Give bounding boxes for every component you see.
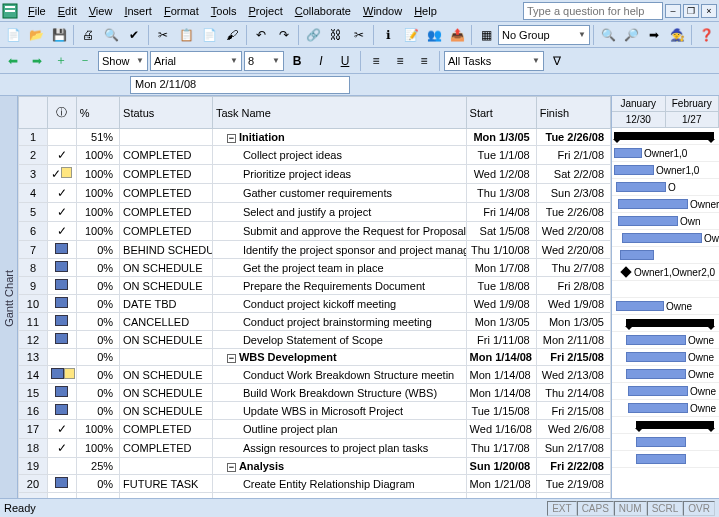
start-cell[interactable]: Mon 1/14/08 [466,349,536,366]
status-cell[interactable]: ON SCHEDULE [120,331,213,349]
start-cell[interactable]: Mon 1/7/08 [466,259,536,277]
finish-cell[interactable]: Sat 2/2/08 [536,165,610,184]
taskname-cell[interactable]: Update WBS in Microsoft Project [212,402,466,420]
status-cell[interactable]: DATE TBD [120,295,213,313]
finish-cell[interactable]: Sun 2/3/08 [536,184,610,203]
unlink-icon[interactable]: ⛓ [325,24,347,46]
group-icon[interactable]: ▦ [475,24,497,46]
percent-cell[interactable]: 0% [76,384,119,402]
finish-cell[interactable]: Thu 2/14/08 [536,384,610,402]
paste-icon[interactable]: 📄 [198,24,220,46]
col-finish[interactable]: Finish [536,97,610,129]
col-percent[interactable]: % [76,97,119,129]
col-taskname[interactable]: Task Name [212,97,466,129]
row-number[interactable]: 18 [19,439,48,458]
finish-cell[interactable]: Tue 2/26/08 [536,203,610,222]
gantt-chart[interactable]: JanuaryFebruary 12/301/27 Owner1,0Owner1… [611,96,719,500]
cut-icon[interactable]: ✂ [152,24,174,46]
table-row[interactable]: 150%ON SCHEDULEBuild Work Breakdown Stru… [19,384,611,402]
info-icon[interactable]: ℹ [377,24,399,46]
taskname-cell[interactable]: Outline project plan [212,420,466,439]
finish-cell[interactable]: Mon 1/3/05 [536,313,610,331]
menu-tools[interactable]: Tools [205,3,243,19]
group-combo[interactable]: No Group▼ [498,25,590,45]
open-icon[interactable]: 📂 [25,24,47,46]
bold-icon[interactable]: B [286,50,308,72]
finish-cell[interactable]: Tue 2/19/08 [536,475,610,493]
table-row[interactable]: 3✓100%COMPLETEDPrioritize project ideasW… [19,165,611,184]
percent-cell[interactable]: 0% [76,475,119,493]
status-cell[interactable]: COMPLETED [120,420,213,439]
format-painter-icon[interactable]: 🖌 [221,24,243,46]
menu-help[interactable]: Help [408,3,443,19]
help-icon[interactable]: ❓ [695,24,717,46]
taskname-cell[interactable]: Select and justify a project [212,203,466,222]
zoom-in-icon[interactable]: 🔍 [597,24,619,46]
menu-window[interactable]: Window [357,3,408,19]
row-number[interactable]: 1 [19,129,48,146]
gantt-bar[interactable] [626,352,686,362]
status-cell[interactable]: ON SCHEDULE [120,402,213,420]
row-number[interactable]: 14 [19,366,48,384]
percent-cell[interactable]: 0% [76,331,119,349]
start-cell[interactable]: Wed 1/9/08 [466,295,536,313]
menu-format[interactable]: Format [158,3,205,19]
table-row[interactable]: 160%ON SCHEDULEUpdate WBS in Microsoft P… [19,402,611,420]
table-row[interactable]: 151%−InitiationMon 1/3/05Tue 2/26/08 [19,129,611,146]
status-cell[interactable]: COMPLETED [120,184,213,203]
taskname-cell[interactable]: Submit and approve the Request for Propo… [212,222,466,241]
close-button[interactable]: × [701,4,717,18]
gantt-bar[interactable] [626,335,686,345]
menu-collaborate[interactable]: Collaborate [289,3,357,19]
table-row[interactable]: 80%ON SCHEDULEGet the project team in pl… [19,259,611,277]
filter-combo[interactable]: All Tasks▼ [444,51,544,71]
start-cell[interactable]: Mon 1/3/05 [466,313,536,331]
percent-cell[interactable]: 100% [76,203,119,222]
gantt-bar[interactable] [622,233,702,243]
finish-cell[interactable]: Fri 2/8/08 [536,277,610,295]
percent-cell[interactable]: 100% [76,146,119,165]
row-number[interactable]: 20 [19,475,48,493]
entry-field[interactable]: Mon 2/11/08 [130,76,350,94]
table-row[interactable]: 110%CANCELLEDConduct project brainstormi… [19,313,611,331]
gantt-bar[interactable] [616,301,664,311]
start-cell[interactable]: Mon 1/14/08 [466,366,536,384]
finish-cell[interactable]: Tue 2/26/08 [536,129,610,146]
align-right-icon[interactable]: ≡ [413,50,435,72]
start-cell[interactable]: Fri 1/11/08 [466,331,536,349]
table-row[interactable]: 100%DATE TBDConduct project kickoff meet… [19,295,611,313]
row-number[interactable]: 3 [19,165,48,184]
gantt-bar[interactable] [636,437,686,447]
row-number[interactable]: 5 [19,203,48,222]
undo-icon[interactable]: ↶ [250,24,272,46]
percent-cell[interactable]: 100% [76,420,119,439]
row-number[interactable]: 15 [19,384,48,402]
view-bar[interactable]: Gantt Chart [0,96,18,500]
autofilter-icon[interactable]: ∇ [546,50,568,72]
gantt-bar[interactable] [618,199,688,209]
gantt-bar[interactable] [614,148,642,158]
status-cell[interactable] [120,458,213,475]
goto-icon[interactable]: ➡ [643,24,665,46]
col-status[interactable]: Status [120,97,213,129]
table-row[interactable]: 1925%−AnalysisSun 1/20/08Fri 2/22/08 [19,458,611,475]
save-icon[interactable]: 💾 [48,24,70,46]
table-row[interactable]: 4✓100%COMPLETEDGather customer requireme… [19,184,611,203]
percent-cell[interactable]: 0% [76,295,119,313]
row-number[interactable]: 2 [19,146,48,165]
taskname-cell[interactable]: Prepare the Requirements Document [212,277,466,295]
help-search[interactable] [523,2,663,20]
taskname-cell[interactable]: −Initiation [212,129,466,146]
collapse-icon[interactable]: − [227,134,236,143]
gantt-bar[interactable] [614,165,654,175]
taskname-cell[interactable]: Conduct Work Breakdown Structure meetin [212,366,466,384]
wizard-icon[interactable]: 🧙 [666,24,688,46]
taskname-cell[interactable]: −WBS Development [212,349,466,366]
new-icon[interactable]: 📄 [2,24,24,46]
row-number[interactable]: 11 [19,313,48,331]
row-number[interactable]: 17 [19,420,48,439]
finish-cell[interactable]: Wed 2/6/08 [536,420,610,439]
start-cell[interactable]: Thu 1/3/08 [466,184,536,203]
taskname-cell[interactable]: −Analysis [212,458,466,475]
table-row[interactable]: 17✓100%COMPLETEDOutline project planWed … [19,420,611,439]
